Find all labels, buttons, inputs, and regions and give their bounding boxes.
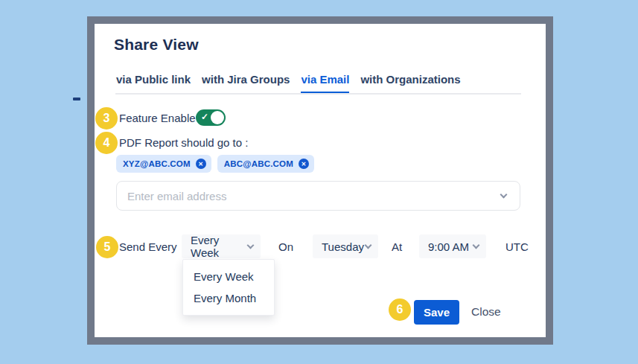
frequency-dropdown-menu: Every Week Every Month xyxy=(182,259,275,316)
tabs-divider xyxy=(115,93,521,95)
day-value: Tuesday xyxy=(322,240,364,253)
annotation-badge-5: 5 xyxy=(96,236,118,258)
feature-enable-label: Feature Enable xyxy=(119,112,196,124)
frequency-value: Every Week xyxy=(191,234,248,259)
at-label: At xyxy=(392,240,402,253)
tab-via-email[interactable]: via Email xyxy=(301,73,349,94)
chevron-down-icon xyxy=(500,191,508,198)
annotation-badge-3: 3 xyxy=(95,107,118,130)
feature-enable-toggle[interactable]: ✓ xyxy=(196,109,226,126)
chevron-down-icon xyxy=(365,241,372,249)
page-title: Share View xyxy=(114,36,199,54)
share-tabs: via Public link with Jira Groups via Ema… xyxy=(116,73,461,94)
stray-dash-mark xyxy=(73,98,80,100)
share-view-dialog: Share View via Public link with Jira Gro… xyxy=(95,24,546,337)
recipient-chip: XYZ@ABC.COM ✕ xyxy=(116,155,211,173)
close-button[interactable]: Close xyxy=(471,305,501,319)
pdf-report-label: PDF Report should go to : xyxy=(119,136,248,149)
dialog-frame: Share View via Public link with Jira Gro… xyxy=(87,16,553,345)
frequency-select[interactable]: Every Week xyxy=(182,234,261,258)
tab-via-public-link[interactable]: via Public link xyxy=(116,73,191,94)
time-select[interactable]: 9:00 AM xyxy=(419,234,486,258)
save-button[interactable]: Save xyxy=(414,300,459,325)
toggle-knob xyxy=(211,111,224,124)
remove-recipient-icon[interactable]: ✕ xyxy=(196,159,206,169)
send-every-label: Send Every xyxy=(119,240,177,253)
menu-item-every-month[interactable]: Every Month xyxy=(183,287,274,309)
day-select[interactable]: Tuesday xyxy=(313,234,378,258)
email-input-container xyxy=(116,181,520,211)
tab-with-jira-groups[interactable]: with Jira Groups xyxy=(202,73,290,94)
recipient-chip-label: XYZ@ABC.COM xyxy=(123,159,191,168)
tab-with-organizations[interactable]: with Organizations xyxy=(360,73,460,94)
remove-recipient-icon[interactable]: ✕ xyxy=(299,159,309,169)
recipient-chip: ABC@ABC.COM ✕ xyxy=(217,155,314,173)
on-label: On xyxy=(278,240,293,253)
email-input[interactable] xyxy=(117,190,501,202)
check-icon: ✓ xyxy=(201,112,208,122)
chevron-down-icon xyxy=(473,241,480,249)
recipient-chips: XYZ@ABC.COM ✕ ABC@ABC.COM ✕ xyxy=(116,155,314,173)
time-value: 9:00 AM xyxy=(428,240,469,253)
timezone-label: UTC xyxy=(505,240,529,253)
recipient-chip-label: ABC@ABC.COM xyxy=(224,159,293,168)
annotation-badge-4: 4 xyxy=(95,132,118,154)
annotation-badge-6: 6 xyxy=(389,298,411,321)
menu-item-every-week[interactable]: Every Week xyxy=(183,266,274,287)
